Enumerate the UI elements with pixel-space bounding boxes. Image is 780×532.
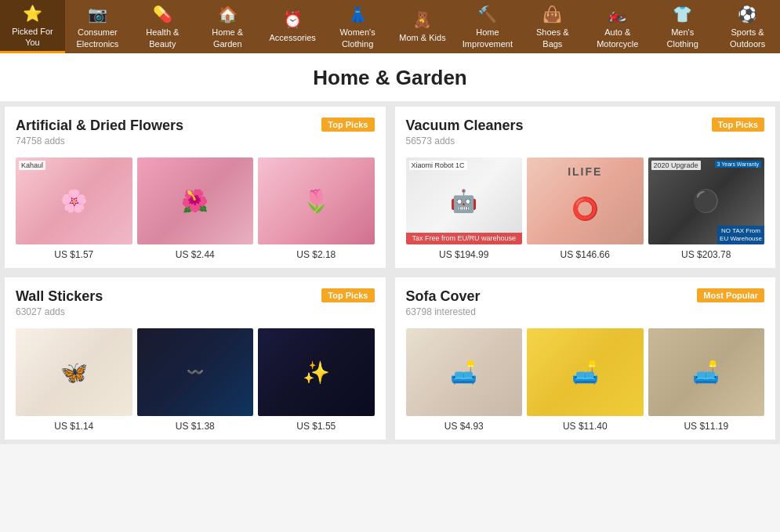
home-garden-icon: 🏠 (218, 4, 238, 24)
product-image: 🛋️ (406, 328, 523, 415)
nav-sports-outdoors[interactable]: ⚽ Sports & Outdoors (715, 0, 780, 53)
accessories-icon: ⏰ (283, 9, 303, 30)
product-item[interactable]: ILIFE ⭕ US $146.66 (527, 157, 644, 260)
product-price: US $203.78 (681, 249, 731, 260)
nav-womens-clothing-label: Women's Clothing (333, 27, 383, 49)
nav-home-improvement[interactable]: 🔨 Home Improvement (455, 0, 520, 53)
section-badge: Top Picks (321, 118, 374, 132)
nav-mom-kids-label: Mom & Kids (399, 32, 445, 43)
nav-mens-clothing[interactable]: 👕 Men's Clothing (650, 0, 715, 53)
consumer-electronics-icon: 📷 (88, 4, 107, 24)
product-image: 🦋 (16, 328, 132, 415)
nav-home-improvement-label: Home Improvement (463, 27, 513, 49)
product-price: US $2.18 (296, 249, 336, 260)
page-title: Home & Garden (0, 53, 780, 102)
product-image: 🛋️ (527, 328, 644, 415)
product-price: US $4.93 (444, 421, 484, 432)
product-item[interactable]: 🦋 US $1.14 (16, 328, 132, 431)
product-price: US $2.44 (176, 249, 215, 260)
product-item[interactable]: 🌷 US $2.18 (258, 157, 375, 260)
product-image: ILIFE ⭕ (527, 157, 644, 244)
navigation-bar: ⭐ Picked For You 📷 Consumer Electronics … (0, 0, 780, 53)
product-price: US $11.40 (563, 421, 608, 432)
nav-home-garden-label: Home & Garden (203, 27, 252, 49)
promo-overlay: Tax Free from EU/RU warehouse (406, 233, 523, 245)
promo-overlay: NO TAX FromEU Warehouse (717, 226, 764, 245)
section-badge: Most Popular (697, 288, 764, 302)
nav-picked-for-you-label: Picked For You (8, 26, 57, 49)
section-title: Sofa Cover (406, 288, 481, 305)
product-price: US $1.38 (176, 421, 215, 432)
products-row: Xiaomi Robot 1C 🤖 Tax Free from EU/RU wa… (406, 157, 765, 260)
mom-kids-icon: 🧸 (412, 9, 432, 30)
nav-health-beauty-label: Health & Beauty (138, 27, 187, 49)
nav-auto-motorcycle-label: Auto & Motorcycle (593, 27, 642, 49)
product-item[interactable]: 🛋️ US $11.40 (527, 328, 644, 431)
nav-shoes-bags-label: Shoes & Bags (528, 27, 577, 49)
health-beauty-icon: 💊 (153, 4, 172, 24)
product-item[interactable]: 🛋️ US $4.93 (406, 328, 523, 431)
section-vacuum-cleaners: Vacuum Cleaners 56573 adds Top Picks Xia… (395, 107, 776, 268)
section-header: Wall Stickers 63027 adds Top Picks (16, 288, 375, 325)
section-badge: Top Picks (321, 288, 374, 302)
nav-mom-kids[interactable]: 🧸 Mom & Kids (390, 0, 455, 53)
section-header: Vacuum Cleaners 56573 adds Top Picks (406, 118, 765, 154)
section-title: Wall Stickers (16, 288, 103, 305)
mens-clothing-icon: 👕 (673, 4, 692, 24)
product-item[interactable]: 〰️ US $1.38 (137, 328, 254, 431)
product-image: Xiaomi Robot 1C 🤖 Tax Free from EU/RU wa… (406, 157, 523, 244)
product-image: 2020 Upgrade 3 Years Warranty ⚫ NO TAX F… (648, 157, 765, 244)
sports-outdoors-icon: ⚽ (738, 4, 757, 24)
section-header: Sofa Cover 63798 interested Most Popular (406, 288, 765, 325)
section-stats: 63798 interested (406, 306, 481, 317)
section-stats: 74758 adds (16, 136, 183, 147)
product-item[interactable]: ✨ US $1.55 (258, 328, 375, 431)
nav-shoes-bags[interactable]: 👜 Shoes & Bags (520, 0, 585, 53)
product-item[interactable]: Xiaomi Robot 1C 🤖 Tax Free from EU/RU wa… (406, 157, 523, 260)
section-wall-stickers: Wall Stickers 63027 adds Top Picks 🦋 US … (5, 277, 386, 439)
product-image: 〰️ (137, 328, 254, 415)
section-title: Vacuum Cleaners (406, 118, 524, 134)
product-price: US $146.66 (561, 249, 610, 260)
products-row: 🦋 US $1.14 〰️ US $1.38 ✨ US $1.55 (16, 328, 375, 431)
product-item[interactable]: Kahaul 🌸 US $1.57 (16, 157, 132, 260)
product-image: ✨ (258, 328, 375, 415)
nav-auto-motorcycle[interactable]: 🏍️ Auto & Motorcycle (585, 0, 650, 53)
section-artificial-flowers: Artificial & Dried Flowers 74758 adds To… (5, 107, 386, 268)
product-grid: Artificial & Dried Flowers 74758 adds To… (0, 102, 780, 444)
section-header: Artificial & Dried Flowers 74758 adds To… (16, 118, 375, 154)
product-price: US $1.57 (54, 249, 93, 260)
auto-motorcycle-icon: 🏍️ (608, 4, 627, 24)
products-row: 🛋️ US $4.93 🛋️ US $11.40 🛋️ US $11.19 (406, 328, 765, 431)
home-improvement-icon: 🔨 (477, 4, 497, 24)
section-badge: Top Picks (712, 118, 764, 132)
nav-mens-clothing-label: Men's Clothing (658, 27, 707, 49)
nav-accessories[interactable]: ⏰ Accessories (260, 0, 325, 53)
products-row: Kahaul 🌸 US $1.57 🌺 US $2.44 🌷 US $2.18 (16, 157, 375, 260)
product-image: 🌷 (258, 157, 375, 244)
product-price: US $1.14 (54, 421, 93, 432)
nav-picked-for-you[interactable]: ⭐ Picked For You (0, 0, 65, 53)
nav-consumer-electronics[interactable]: 📷 Consumer Electronics (65, 0, 130, 53)
product-price: US $11.19 (684, 421, 728, 432)
product-price: US $1.55 (296, 421, 336, 432)
nav-womens-clothing[interactable]: 👗 Women's Clothing (325, 0, 390, 53)
product-item[interactable]: 🌺 US $2.44 (137, 157, 254, 260)
nav-home-garden[interactable]: 🏠 Home & Garden (195, 0, 260, 53)
shoes-bags-icon: 👜 (542, 4, 562, 24)
nav-consumer-electronics-label: Consumer Electronics (73, 27, 122, 49)
womens-clothing-icon: 👗 (348, 4, 368, 24)
nav-sports-outdoors-label: Sports & Outdoors (723, 27, 772, 49)
product-image: 🛋️ (648, 328, 765, 415)
nav-health-beauty[interactable]: 💊 Health & Beauty (130, 0, 195, 53)
nav-accessories-label: Accessories (270, 32, 316, 43)
product-image: Kahaul 🌸 (16, 157, 132, 244)
section-stats: 63027 adds (16, 306, 103, 317)
picked-for-you-icon: ⭐ (23, 3, 42, 24)
product-price: US $194.99 (439, 249, 488, 260)
product-item[interactable]: 🛋️ US $11.19 (648, 328, 765, 431)
section-title: Artificial & Dried Flowers (16, 118, 183, 134)
product-item[interactable]: 2020 Upgrade 3 Years Warranty ⚫ NO TAX F… (648, 157, 765, 260)
section-sofa-cover: Sofa Cover 63798 interested Most Popular… (395, 277, 776, 439)
section-stats: 56573 adds (406, 136, 524, 147)
